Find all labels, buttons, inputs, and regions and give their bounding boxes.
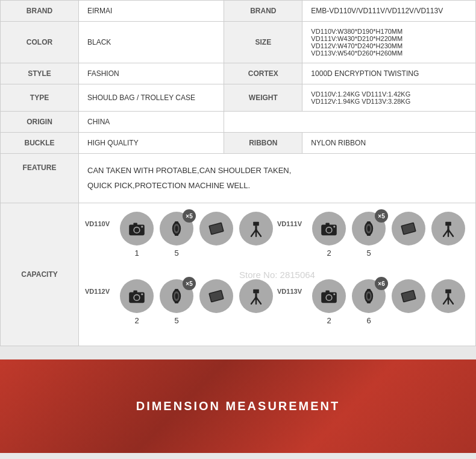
camera-icon bbox=[319, 286, 339, 306]
svg-line-49 bbox=[256, 297, 261, 304]
model-label-vd111v: VD111V bbox=[277, 220, 307, 227]
svg-point-19 bbox=[327, 228, 331, 233]
icon-item-lens: ×5 5 bbox=[352, 212, 386, 258]
svg-point-2 bbox=[134, 228, 139, 233]
dimension-title: DIMENSION MEASUREMENT bbox=[136, 399, 340, 413]
feature-row: FEATURE CAN TAKEN WITH PROTABLE,CAN SHOU… bbox=[1, 154, 476, 203]
svg-rect-60 bbox=[367, 302, 371, 303]
capacity-vd113v: VD113V bbox=[277, 279, 469, 325]
icon-item-lens: ×6 6 bbox=[352, 279, 386, 325]
value-size: VD110V:W380*D190*H170MM VD111V:W430*D210… bbox=[302, 22, 476, 63]
lens-badge: ×5 bbox=[183, 209, 196, 223]
svg-line-15 bbox=[256, 230, 261, 236]
tripod-icon-circle bbox=[239, 212, 273, 245]
label-origin: ORIGIN bbox=[1, 112, 79, 133]
icon-number: 6 bbox=[366, 316, 371, 325]
svg-rect-63 bbox=[445, 290, 451, 293]
value-feature: CAN TAKEN WITH PROTABLE,CAN SHOULDER TAK… bbox=[79, 154, 476, 203]
svg-rect-46 bbox=[253, 290, 259, 293]
feature-text2: QUICK PICK,PROTECTION MACHINE WELL. bbox=[87, 179, 467, 194]
table-row: BUCKLE HIGH QUALITY RIBBON NYLON RIBBON bbox=[1, 133, 476, 154]
lens-icon bbox=[167, 286, 186, 306]
model-label-vd110v: VD110V bbox=[85, 220, 115, 227]
value-weight: VD110V:1.24KG VD111V:1.42KG VD112V:1.94K… bbox=[302, 84, 476, 112]
svg-rect-3 bbox=[133, 223, 137, 226]
svg-point-4 bbox=[141, 226, 143, 228]
spec-table: BRAND EIRMAI BRAND EMB-VD110V/VD111V/VD1… bbox=[0, 0, 476, 346]
tripod-icon bbox=[439, 219, 458, 238]
value-origin-extra bbox=[224, 112, 476, 133]
table-row: COLOR BLACK SIZE VD110V:W380*D190*H170MM… bbox=[1, 22, 476, 63]
icon-item-card bbox=[392, 212, 425, 248]
svg-rect-9 bbox=[175, 234, 178, 236]
svg-rect-8 bbox=[175, 221, 178, 223]
svg-point-36 bbox=[134, 296, 139, 300]
tripod-icon-circle bbox=[239, 279, 273, 313]
icon-number: 5 bbox=[174, 248, 178, 258]
capacity-row: CAPACITY Store No: 2815064 VD110V bbox=[1, 203, 476, 346]
icon-number: 5 bbox=[366, 248, 371, 258]
value-type: SHOULD BAG / TROLLEY CASE bbox=[79, 84, 224, 112]
card-icon-circle bbox=[199, 212, 233, 245]
table-row: ORIGIN CHINA bbox=[1, 112, 476, 133]
lens-icon-circle: ×5 bbox=[352, 212, 386, 245]
label-weight: WEIGHT bbox=[224, 84, 302, 112]
card-icon bbox=[207, 286, 226, 306]
svg-point-21 bbox=[333, 226, 335, 228]
label-cortex: CORTEX bbox=[224, 63, 302, 84]
camera-icon-circle bbox=[312, 212, 346, 245]
card-icon bbox=[399, 219, 418, 238]
svg-line-66 bbox=[448, 297, 453, 304]
label-feature: FEATURE bbox=[1, 154, 79, 203]
svg-rect-20 bbox=[325, 223, 329, 226]
svg-rect-59 bbox=[367, 289, 371, 291]
icon-item-tripod bbox=[239, 212, 273, 248]
svg-rect-37 bbox=[133, 291, 137, 293]
camera-icon-circle bbox=[312, 279, 346, 313]
lens-icon-circle: ×6 bbox=[352, 279, 386, 313]
camera-icon bbox=[127, 286, 146, 306]
label-capacity: CAPACITY bbox=[1, 203, 79, 346]
svg-rect-12 bbox=[253, 222, 259, 226]
lens-icon bbox=[167, 219, 186, 238]
dimension-banner: DIMENSION MEASUREMENT bbox=[0, 359, 476, 453]
svg-line-65 bbox=[443, 297, 448, 304]
icon-number: 2 bbox=[134, 316, 139, 325]
value-buckle: HIGH QUALITY bbox=[79, 133, 224, 154]
table-row: BRAND EIRMAI BRAND EMB-VD110V/VD111V/VD1… bbox=[1, 1, 476, 22]
capacity-bottom-row: VD112V bbox=[85, 279, 469, 337]
icon-number: 2 bbox=[327, 316, 331, 325]
capacity-section: VD110V bbox=[79, 203, 475, 346]
model-label-vd112v: VD112V bbox=[85, 288, 115, 295]
tripod-icon bbox=[439, 286, 458, 306]
svg-point-7 bbox=[175, 226, 178, 232]
icon-item-camera: 2 bbox=[312, 212, 346, 258]
value-color: BLACK bbox=[79, 22, 224, 63]
svg-rect-25 bbox=[367, 221, 371, 223]
label-brand2: BRAND bbox=[224, 1, 302, 22]
icon-item-card bbox=[199, 212, 233, 248]
capacity-cell: Store No: 2815064 VD110V bbox=[79, 203, 476, 346]
value-brand1: EIRMAI bbox=[79, 1, 224, 22]
camera-icon-circle bbox=[120, 279, 154, 313]
icon-item-lens: ×5 5 bbox=[160, 279, 193, 325]
camera-icon bbox=[319, 219, 339, 238]
label-ribbon: RIBBON bbox=[224, 133, 302, 154]
value-origin: CHINA bbox=[79, 112, 224, 133]
label-buckle: BUCKLE bbox=[1, 133, 79, 154]
lens-icon-circle: ×5 bbox=[160, 212, 193, 245]
feature-text1: CAN TAKEN WITH PROTABLE,CAN SHOULDER TAK… bbox=[87, 163, 467, 179]
gap-spacer bbox=[0, 346, 476, 359]
svg-rect-26 bbox=[367, 234, 371, 236]
svg-point-24 bbox=[368, 226, 371, 232]
model-label-vd113v: VD113V bbox=[277, 288, 307, 295]
capacity-vd112v: VD112V bbox=[85, 279, 277, 325]
svg-point-38 bbox=[141, 294, 143, 296]
capacity-vd111v: VD111V bbox=[277, 212, 469, 258]
icon-item-tripod bbox=[431, 279, 465, 316]
camera-icon-circle bbox=[120, 212, 154, 245]
svg-rect-42 bbox=[175, 289, 178, 291]
svg-rect-29 bbox=[445, 222, 451, 226]
table-row: STYLE FASHION CORTEX 1000D ENCRYPTION TW… bbox=[1, 63, 476, 84]
tripod-icon-circle bbox=[431, 212, 465, 245]
